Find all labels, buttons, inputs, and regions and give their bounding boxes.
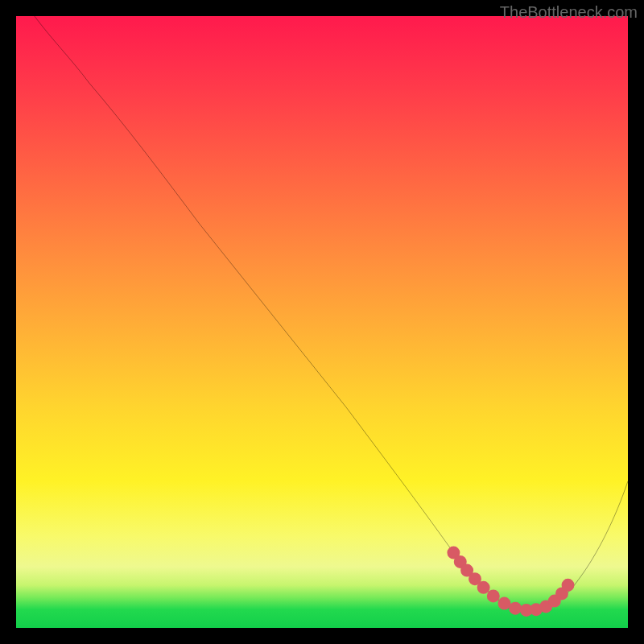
chart-container: TheBottleneck.com [0, 0, 644, 644]
watermark-text: TheBottleneck.com [500, 3, 638, 22]
highlight-region [450, 549, 571, 613]
plot-area [16, 16, 628, 628]
bottleneck-curve [35, 16, 628, 613]
curve-layer [16, 16, 628, 628]
